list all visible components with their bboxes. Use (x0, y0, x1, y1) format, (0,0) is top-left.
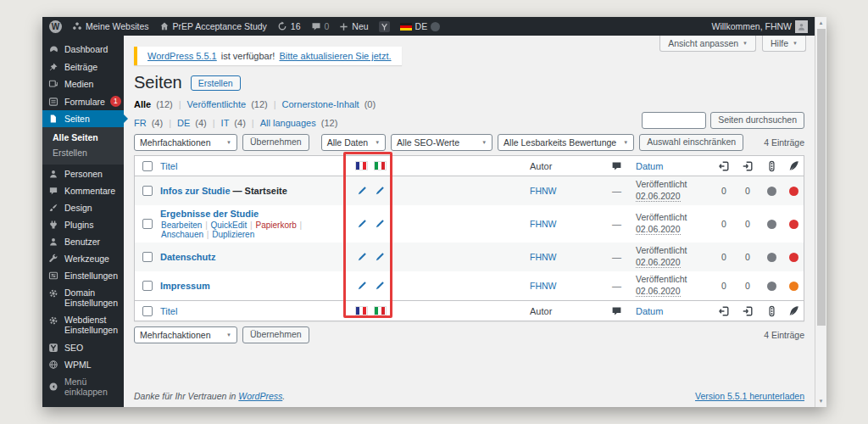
sidebar-item-seo[interactable]: SEO (42, 339, 124, 356)
edit-translation-it-icon[interactable] (375, 281, 385, 291)
page-title-link[interactable]: Datenschutz (160, 252, 215, 262)
sidebar-item-forms[interactable]: Formulare 1 (42, 92, 124, 110)
help-button[interactable]: Hilfe ▼ (762, 36, 806, 52)
edit-action[interactable]: Bearbeiten (161, 220, 202, 230)
sidebar-item-domain-settings[interactable]: Domain Einstellungen (42, 284, 124, 311)
sidebar-item-people[interactable]: Personen (42, 165, 124, 182)
account-menu[interactable]: Willkommen, FHNW (712, 20, 809, 33)
scrollbar-thumb[interactable] (817, 29, 826, 326)
sidebar-item-posts[interactable]: Beiträge (42, 59, 124, 75)
filter-count: (12) (156, 99, 173, 109)
edit-translation-fr-icon[interactable] (357, 186, 367, 196)
dates-filter-select[interactable]: Alle Daten ▼ (321, 134, 386, 151)
sidebar-item-media[interactable]: Medien (42, 75, 124, 92)
update-notice: WordPress 5.5.1 ist verfügbar! Bitte akt… (134, 47, 402, 65)
filter-de-link[interactable]: DE (177, 118, 190, 128)
scroll-up-arrow-icon[interactable]: ▲ (819, 20, 824, 26)
wpml-language-menu[interactable]: DE (400, 21, 441, 31)
page-title-link[interactable]: Impressum (160, 281, 210, 291)
duplicate-action[interactable]: Duplizieren (212, 230, 254, 239)
edit-translation-fr-icon[interactable] (357, 252, 367, 262)
yoast-menu[interactable] (379, 21, 390, 32)
sidebar-item-settings[interactable]: Einstellungen (42, 267, 124, 284)
outgoing-links-count: 0 (736, 186, 760, 196)
sidebar-item-webservice-settings[interactable]: Webdienst Einstellungen (42, 311, 124, 338)
wordpress-logo-icon: W (49, 20, 62, 33)
my-sites-menu[interactable]: Meine Websites (72, 21, 149, 31)
sidebar-item-dashboard[interactable]: Dashboard (42, 41, 124, 59)
comments-column-icon (598, 160, 636, 171)
sidebar-item-label: Beiträge (64, 62, 97, 72)
wordpress-logo-menu[interactable]: W (49, 20, 62, 33)
author-link[interactable]: FHNW (530, 219, 598, 229)
welcome-text: Willkommen, FHNW (712, 21, 793, 31)
updates-menu[interactable]: 16 (277, 21, 301, 31)
help-label: Hilfe (771, 38, 788, 48)
edit-translation-it-icon[interactable] (375, 252, 385, 262)
bulk-actions-select-bottom[interactable]: Mehrfachaktionen ▼ (134, 326, 237, 343)
filter-it-link[interactable]: IT (221, 118, 230, 128)
filter-cornerstone-link[interactable]: Cornerstone-Inhalt (282, 99, 359, 109)
version-download-link[interactable]: Version 5.5.1 herunterladen (695, 391, 804, 401)
filter-button[interactable]: Auswahl einschränken (639, 134, 743, 151)
select-all-checkbox[interactable] (142, 161, 153, 171)
update-now-link[interactable]: Bitte aktualisieren Sie jetzt. (279, 51, 391, 61)
sidebar-item-design[interactable]: Design (42, 199, 124, 216)
column-date-sort[interactable]: Datum (636, 161, 712, 171)
row-checkbox[interactable] (142, 186, 153, 196)
bulk-actions-select[interactable]: Mehrfachaktionen ▼ (134, 134, 237, 151)
publish-date: 02.06.2020 (636, 257, 681, 268)
readability-filter-select[interactable]: Alle Lesbarkeits Bewertunge ▼ (498, 134, 634, 151)
filter-published-link[interactable]: Veröffentlichte (187, 99, 247, 109)
column-date-sort[interactable]: Datum (636, 306, 712, 316)
search-input[interactable] (642, 112, 706, 129)
seo-filter-select[interactable]: Alle SEO-Werte ▼ (391, 134, 492, 151)
column-title-sort[interactable]: Titel (160, 161, 345, 171)
wordpress-version-link[interactable]: WordPress 5.5.1 (147, 51, 217, 61)
filter-all-languages-link[interactable]: All languages (260, 118, 316, 128)
author-link[interactable]: FHNW (530, 252, 598, 262)
apply-button-bottom[interactable]: Übernehmen (242, 326, 309, 343)
collapse-menu-button[interactable]: Menü einklappen (42, 373, 124, 400)
add-new-page-button[interactable]: Erstellen (191, 75, 241, 91)
sidebar-item-wpml[interactable]: WPML (42, 356, 124, 373)
apply-button[interactable]: Übernehmen (242, 134, 309, 151)
new-content-menu[interactable]: Neu (339, 21, 368, 31)
select-all-checkbox[interactable] (142, 306, 153, 316)
sidebar-item-users[interactable]: Benutzer (42, 233, 124, 250)
edit-translation-fr-icon[interactable] (357, 219, 367, 229)
search-pages-button[interactable]: Seiten durchsuchen (710, 112, 804, 129)
sidebar-item-plugins[interactable]: Plugins (42, 216, 124, 233)
flag-it-icon (375, 162, 386, 170)
page-title-link[interactable]: Ergebnisse der Studie (160, 209, 259, 219)
comments-menu[interactable]: 0 (311, 21, 330, 31)
sidebar-item-label: Dashboard (64, 44, 108, 54)
wordpress-footer-link[interactable]: WordPress (238, 391, 282, 401)
site-name-menu[interactable]: PrEP Acceptance Study (159, 21, 267, 31)
edit-translation-fr-icon[interactable] (357, 281, 367, 291)
row-checkbox[interactable] (142, 219, 153, 229)
table-row: Ergebnisse der Studie Bearbeiten | Quick… (135, 205, 804, 243)
author-link[interactable]: FHNW (530, 186, 598, 196)
submenu-item-all-pages[interactable]: Alle Seiten (42, 130, 124, 145)
sidebar-item-pages[interactable]: Seiten (42, 110, 124, 127)
quick-edit-action[interactable]: QuickEdit (211, 220, 248, 230)
filter-all-link[interactable]: Alle (134, 99, 151, 109)
row-checkbox[interactable] (142, 252, 153, 262)
sidebar-item-tools[interactable]: Werkzeuge (42, 250, 124, 267)
sidebar-item-label: Domain Einstellungen (64, 287, 118, 308)
column-title-sort[interactable]: Titel (160, 306, 345, 316)
view-action[interactable]: Anschauen (161, 230, 203, 239)
scroll-down-arrow-icon[interactable]: ▼ (819, 398, 824, 404)
screen-options-button[interactable]: Ansicht anpassen ▼ (659, 36, 756, 52)
trash-action[interactable]: Papierkorb (255, 220, 296, 230)
page-title-link[interactable]: Infos zur Studie (160, 186, 231, 196)
filter-fr-link[interactable]: FR (134, 118, 147, 128)
edit-translation-it-icon[interactable] (375, 186, 385, 196)
outgoing-links-count: 0 (736, 219, 760, 229)
author-link[interactable]: FHNW (530, 281, 598, 291)
sidebar-item-comments[interactable]: Kommentare (42, 182, 124, 199)
submenu-item-add-new[interactable]: Erstellen (42, 145, 124, 160)
row-checkbox[interactable] (142, 281, 153, 291)
edit-translation-it-icon[interactable] (375, 219, 385, 229)
